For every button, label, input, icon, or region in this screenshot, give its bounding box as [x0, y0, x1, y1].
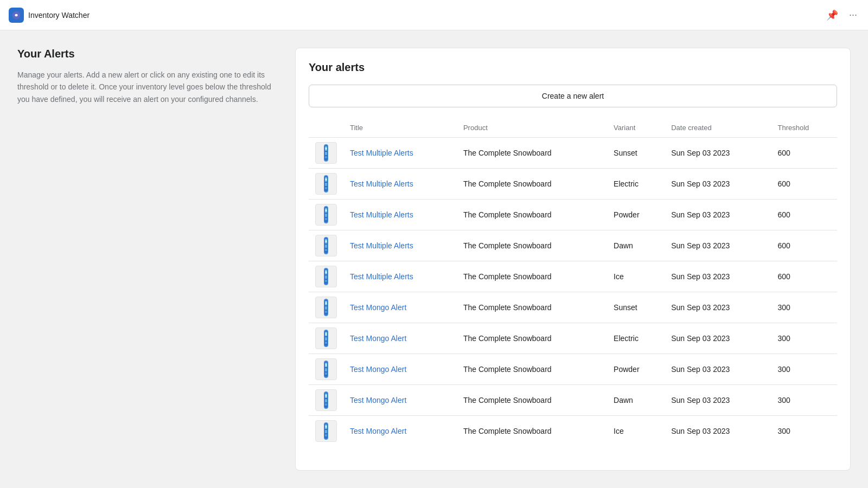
alert-title-link[interactable]: Test Mongo Alert: [350, 303, 406, 312]
sidebar: Your Alerts Manage your alerts. Add a ne…: [17, 48, 278, 471]
variant-cell: Ice: [607, 416, 665, 447]
product-cell: The Complete Snowboard: [457, 261, 607, 292]
product-image-cell: [309, 200, 343, 230]
svg-rect-48: [325, 373, 327, 375]
alert-title-cell[interactable]: Test Multiple Alerts: [343, 230, 457, 261]
top-bar: Inventory Watcher 📌 ···: [0, 0, 868, 30]
svg-point-43: [326, 333, 327, 335]
alert-title-link[interactable]: Test Mongo Alert: [350, 427, 406, 435]
svg-point-49: [326, 364, 327, 366]
table-row[interactable]: Test Mongo AlertThe Complete SnowboardIc…: [309, 416, 837, 447]
svg-point-31: [326, 272, 327, 273]
svg-rect-18: [325, 218, 327, 220]
svg-rect-53: [325, 399, 327, 402]
product-image-cell: [309, 230, 343, 261]
variant-cell: Electric: [607, 323, 665, 354]
create-alert-button[interactable]: Create a new alert: [309, 85, 837, 107]
product-thumb: [315, 389, 337, 411]
svg-rect-42: [325, 342, 327, 344]
svg-rect-36: [325, 311, 327, 313]
date-cell: Sun Sep 03 2023: [665, 292, 771, 323]
product-cell: The Complete Snowboard: [457, 292, 607, 323]
svg-rect-59: [325, 430, 327, 433]
pin-icon[interactable]: 📌: [824, 7, 840, 23]
more-icon[interactable]: ···: [847, 7, 859, 23]
alert-title-cell[interactable]: Test Multiple Alerts: [343, 138, 457, 169]
alert-title-cell[interactable]: Test Multiple Alerts: [343, 261, 457, 292]
svg-rect-35: [325, 306, 327, 310]
alert-title-cell[interactable]: Test Mongo Alert: [343, 416, 457, 447]
threshold-cell: 300: [771, 323, 838, 354]
alert-title-link[interactable]: Test Multiple Alerts: [350, 241, 413, 250]
date-cell: Sun Sep 03 2023: [665, 354, 771, 385]
svg-point-13: [326, 179, 327, 181]
product-thumb: [315, 297, 337, 318]
variant-cell: Dawn: [607, 385, 665, 416]
product-cell: The Complete Snowboard: [457, 323, 607, 354]
variant-cell: Powder: [607, 200, 665, 230]
product-cell: The Complete Snowboard: [457, 138, 607, 169]
alert-title-cell[interactable]: Test Mongo Alert: [343, 354, 457, 385]
table-row[interactable]: Test Mongo AlertThe Complete SnowboardPo…: [309, 354, 837, 385]
product-cell: The Complete Snowboard: [457, 230, 607, 261]
date-cell: Sun Sep 03 2023: [665, 138, 771, 169]
threshold-cell: 600: [771, 230, 838, 261]
alert-title-cell[interactable]: Test Mongo Alert: [343, 323, 457, 354]
svg-rect-17: [325, 214, 327, 217]
table-row[interactable]: Test Multiple AlertsThe Complete Snowboa…: [309, 230, 837, 261]
product-cell: The Complete Snowboard: [457, 385, 607, 416]
svg-rect-29: [325, 275, 327, 279]
alert-title-cell[interactable]: Test Mongo Alert: [343, 385, 457, 416]
table-body: Test Multiple AlertsThe Complete Snowboa…: [309, 138, 837, 447]
product-cell: The Complete Snowboard: [457, 354, 607, 385]
threshold-cell: 600: [771, 261, 838, 292]
table-row[interactable]: Test Multiple AlertsThe Complete Snowboa…: [309, 138, 837, 169]
svg-point-61: [326, 426, 327, 428]
col-date: Date created: [665, 118, 771, 138]
alert-title-link[interactable]: Test Mongo Alert: [350, 396, 406, 404]
alert-title-link[interactable]: Test Multiple Alerts: [350, 179, 413, 188]
top-bar-right: 📌 ···: [824, 7, 859, 23]
threshold-cell: 300: [771, 385, 838, 416]
date-cell: Sun Sep 03 2023: [665, 200, 771, 230]
table-row[interactable]: Test Mongo AlertThe Complete SnowboardEl…: [309, 323, 837, 354]
svg-rect-47: [325, 368, 327, 371]
variant-cell: Powder: [607, 354, 665, 385]
threshold-cell: 600: [771, 200, 838, 230]
table-row[interactable]: Test Multiple AlertsThe Complete Snowboa…: [309, 261, 837, 292]
alert-title-link[interactable]: Test Multiple Alerts: [350, 149, 413, 157]
alert-title-cell[interactable]: Test Multiple Alerts: [343, 169, 457, 200]
svg-point-37: [326, 303, 327, 304]
table-row[interactable]: Test Multiple AlertsThe Complete Snowboa…: [309, 169, 837, 200]
date-cell: Sun Sep 03 2023: [665, 385, 771, 416]
product-thumb: [315, 142, 337, 164]
svg-rect-12: [325, 187, 327, 189]
svg-rect-23: [325, 245, 327, 248]
col-thumb: [309, 118, 343, 138]
sidebar-description: Manage your alerts. Add a new alert or c…: [17, 69, 278, 105]
col-title: Title: [343, 118, 457, 138]
main-content: Your Alerts Manage your alerts. Add a ne…: [0, 30, 868, 488]
table-row[interactable]: Test Mongo AlertThe Complete SnowboardSu…: [309, 292, 837, 323]
content-panel: Your alerts Create a new alert Title Pro…: [295, 48, 851, 471]
top-bar-left: Inventory Watcher: [9, 8, 90, 23]
product-image-cell: [309, 323, 343, 354]
table-row[interactable]: Test Multiple AlertsThe Complete Snowboa…: [309, 200, 837, 230]
table-row[interactable]: Test Mongo AlertThe Complete SnowboardDa…: [309, 385, 837, 416]
product-thumb: [315, 420, 337, 442]
threshold-cell: 600: [771, 138, 838, 169]
product-image-cell: [309, 169, 343, 200]
alert-title-link[interactable]: Test Mongo Alert: [350, 334, 406, 343]
svg-rect-11: [325, 183, 327, 186]
alert-title-link[interactable]: Test Multiple Alerts: [350, 272, 413, 281]
product-cell: The Complete Snowboard: [457, 169, 607, 200]
alert-title-cell[interactable]: Test Multiple Alerts: [343, 200, 457, 230]
table-header: Title Product Variant Date created Thres…: [309, 118, 837, 138]
alert-title-link[interactable]: Test Multiple Alerts: [350, 210, 413, 219]
app-title: Inventory Watcher: [28, 11, 90, 20]
alert-title-link[interactable]: Test Mongo Alert: [350, 365, 406, 374]
svg-rect-60: [325, 434, 327, 436]
alert-title-cell[interactable]: Test Mongo Alert: [343, 292, 457, 323]
date-cell: Sun Sep 03 2023: [665, 230, 771, 261]
panel-title: Your alerts: [309, 61, 837, 74]
